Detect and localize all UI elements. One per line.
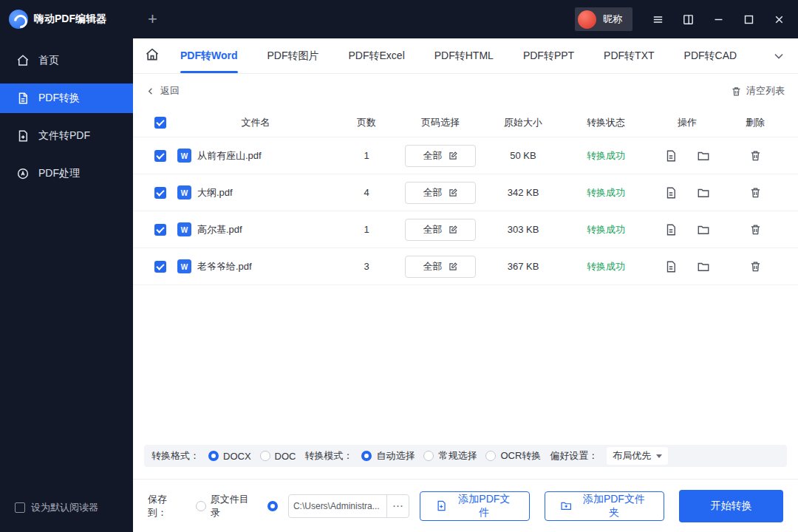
- tab-pdf-to-cad[interactable]: PDF转CAD: [684, 38, 737, 73]
- default-reader-label: 设为默认阅读器: [31, 501, 98, 514]
- row-checkbox[interactable]: [154, 150, 166, 162]
- page-range-value: 全部: [423, 186, 443, 200]
- open-folder-icon[interactable]: [697, 149, 710, 163]
- maximize-button[interactable]: [740, 10, 757, 28]
- status-badge: 转换成功: [565, 149, 647, 163]
- svg-text:W: W: [181, 263, 188, 271]
- home-tab-button[interactable]: [145, 47, 163, 65]
- more-tabs-chevron-icon[interactable]: [771, 49, 786, 64]
- row-checkbox[interactable]: [154, 187, 166, 199]
- mode-option-label: 常规选择: [438, 449, 477, 463]
- format-option-doc[interactable]: DOC: [260, 451, 296, 462]
- close-button[interactable]: [770, 10, 788, 28]
- file-size: 50 KB: [482, 150, 565, 161]
- col-pages: 页数: [334, 116, 399, 129]
- col-actions: 操作: [647, 116, 727, 129]
- format-option-docx[interactable]: DOCX: [208, 451, 251, 462]
- user-account[interactable]: 昵称: [575, 7, 632, 31]
- sidebar-item-home[interactable]: 首页: [0, 46, 133, 75]
- mode-label: 转换模式：: [304, 449, 352, 463]
- radio-ocr[interactable]: [485, 451, 496, 461]
- open-file-icon[interactable]: [664, 186, 678, 200]
- row-checkbox[interactable]: [154, 224, 166, 236]
- file-size: 367 KB: [482, 261, 565, 272]
- delete-row-icon[interactable]: [749, 149, 762, 162]
- delete-row-icon[interactable]: [749, 223, 762, 236]
- app-logo-icon: [9, 10, 28, 29]
- add-pdf-folder-button[interactable]: 添加PDF文件夹: [545, 491, 664, 521]
- page-range-button[interactable]: 全部: [405, 145, 476, 167]
- preference-value: 布局优先: [613, 449, 651, 463]
- mode-option-auto[interactable]: 自动选择: [361, 449, 415, 463]
- preference-select[interactable]: 布局优先: [607, 447, 668, 465]
- table-row: W 大纲.pdf 4 全部 342 KB 转换成功: [133, 174, 798, 211]
- col-size: 原始大小: [482, 116, 565, 129]
- mode-option-ocr[interactable]: OCR转换: [485, 449, 541, 463]
- tab-pdf-to-ppt[interactable]: PDF转PPT: [523, 38, 574, 73]
- mode-option-normal[interactable]: 常规选择: [423, 449, 477, 463]
- radio-normal[interactable]: [423, 451, 434, 461]
- radio-original-dir[interactable]: [196, 501, 206, 511]
- file-size: 303 KB: [482, 224, 565, 235]
- delete-row-icon[interactable]: [749, 260, 762, 273]
- tab-pdf-to-image[interactable]: PDF转图片: [267, 38, 319, 73]
- tab-pdf-to-html[interactable]: PDF转HTML: [434, 38, 494, 73]
- row-checkbox[interactable]: [154, 261, 166, 273]
- radio-docx[interactable]: [208, 451, 219, 461]
- default-reader-checkbox[interactable]: [15, 502, 25, 513]
- edit-icon: [448, 262, 458, 272]
- sidebar-item-label: PDF处理: [38, 167, 80, 180]
- clear-list-button[interactable]: 清空列表: [731, 84, 785, 98]
- sidebar: 首页 PDF转换 文件转PDF PDF处理 设为默认阅读器: [0, 38, 133, 532]
- open-folder-icon[interactable]: [697, 223, 710, 236]
- conversion-settings-bar: 转换格式： DOCX DOC 转换模式： 自动选择 常规选择: [144, 445, 787, 467]
- format-label: 转换格式：: [151, 449, 200, 463]
- back-button[interactable]: 返回: [145, 84, 180, 98]
- layout-icon[interactable]: [679, 10, 697, 28]
- page-range-button[interactable]: 全部: [405, 182, 476, 204]
- action-bar: 保存到： 原文件目录 ⋯ 添加PDF文件: [133, 479, 798, 532]
- word-file-icon: W: [177, 222, 191, 236]
- page-range-button[interactable]: 全部: [405, 219, 476, 241]
- add-pdf-folder-label: 添加PDF文件夹: [579, 493, 649, 519]
- save-path-field: ⋯: [288, 494, 409, 518]
- start-convert-button[interactable]: 开始转换: [679, 490, 783, 522]
- browse-button[interactable]: ⋯: [386, 495, 409, 517]
- radio-auto[interactable]: [361, 451, 372, 461]
- save-path-input[interactable]: [289, 501, 386, 511]
- page-range-button[interactable]: 全部: [405, 256, 476, 278]
- default-reader-option[interactable]: 设为默认阅读器: [15, 501, 98, 514]
- trash-icon: [731, 86, 742, 97]
- page-range-value: 全部: [423, 260, 443, 273]
- add-pdf-file-button[interactable]: 添加PDF文件: [420, 491, 530, 521]
- open-file-icon[interactable]: [664, 223, 678, 236]
- page-count: 4: [334, 187, 399, 198]
- menu-icon[interactable]: [649, 10, 666, 28]
- svg-text:W: W: [181, 152, 188, 160]
- open-file-icon[interactable]: [664, 149, 678, 163]
- open-folder-icon[interactable]: [697, 186, 710, 200]
- tab-pdf-to-txt[interactable]: PDF转TXT: [604, 38, 654, 73]
- radio-custom-dir[interactable]: [267, 501, 278, 511]
- sidebar-item-pdf-process[interactable]: PDF处理: [0, 159, 133, 188]
- open-file-icon[interactable]: [664, 260, 678, 273]
- radio-doc[interactable]: [260, 451, 270, 461]
- folder-plus-icon: [560, 499, 572, 512]
- new-tab-button[interactable]: +: [148, 12, 157, 27]
- select-all-checkbox[interactable]: [154, 117, 166, 129]
- tab-pdf-to-word[interactable]: PDF转Word: [180, 38, 238, 73]
- title-bar: 嗨动PDF编辑器 + 昵称: [0, 0, 798, 38]
- file-plus-icon: [435, 499, 447, 512]
- edit-icon: [448, 188, 458, 198]
- file-to-pdf-icon: [16, 129, 30, 143]
- delete-row-icon[interactable]: [749, 186, 762, 199]
- open-folder-icon[interactable]: [697, 260, 710, 273]
- minimize-button[interactable]: [709, 10, 727, 28]
- save-original-dir-option[interactable]: 原文件目录: [196, 493, 257, 519]
- table-header: 文件名 页数 页码选择 原始大小 转换状态 操作 删除: [133, 108, 798, 137]
- status-badge: 转换成功: [565, 260, 647, 273]
- sidebar-item-file-to-pdf[interactable]: 文件转PDF: [0, 121, 133, 151]
- svg-text:W: W: [181, 226, 188, 234]
- tab-pdf-to-excel[interactable]: PDF转Excel: [349, 38, 405, 73]
- sidebar-item-pdf-convert[interactable]: PDF转换: [0, 83, 133, 113]
